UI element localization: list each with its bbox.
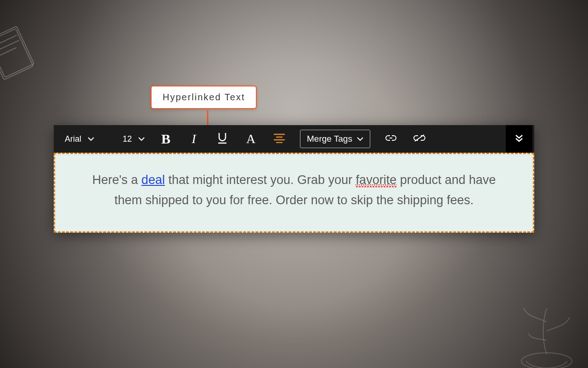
hyperlinked-text[interactable]: deal xyxy=(141,173,165,187)
font-size-select[interactable]: 12 xyxy=(115,125,152,153)
chevron-down-icon xyxy=(357,137,363,141)
editor-toolbar: Arial 12 B I xyxy=(54,125,534,153)
merge-tags-button[interactable]: Merge Tags xyxy=(300,130,370,148)
content-text-1: Here's a xyxy=(92,173,141,187)
decorative-book-sketch xyxy=(0,18,46,87)
merge-tags-label: Merge Tags xyxy=(307,134,352,144)
chevron-down-icon xyxy=(88,137,94,141)
insert-link-button[interactable] xyxy=(377,125,405,153)
underline-button[interactable] xyxy=(208,125,237,153)
content-text-2: that might interest you. Grab your xyxy=(165,173,356,187)
font-color-icon: A xyxy=(246,132,255,146)
align-center-button[interactable] xyxy=(265,125,294,153)
chevron-down-icon xyxy=(138,137,145,141)
bold-label: B xyxy=(161,131,170,147)
font-family-select[interactable]: Arial xyxy=(56,125,115,153)
double-chevron-down-icon xyxy=(515,134,523,144)
underline-icon xyxy=(217,132,227,146)
decorative-plant-sketch xyxy=(501,281,588,368)
svg-line-2 xyxy=(0,35,17,46)
italic-button[interactable]: I xyxy=(180,125,208,153)
link-icon xyxy=(385,134,397,144)
svg-line-4 xyxy=(0,48,17,56)
annotation-label: Hyperlinked Text xyxy=(163,92,245,102)
svg-point-5 xyxy=(521,353,572,368)
font-family-value: Arial xyxy=(65,134,81,144)
annotation-callout: Hyperlinked Text xyxy=(151,86,257,109)
unlink-icon xyxy=(413,134,426,144)
bold-button[interactable]: B xyxy=(152,125,180,153)
align-center-icon xyxy=(273,133,285,145)
remove-link-button[interactable] xyxy=(405,125,434,153)
text-color-button[interactable]: A xyxy=(237,125,265,153)
stage: Hyperlinked Text Arial 12 B xyxy=(0,0,588,368)
editor-content-area[interactable]: Here's a deal that might interest you. G… xyxy=(54,153,534,233)
font-size-value: 12 xyxy=(123,134,132,144)
more-options-button[interactable] xyxy=(506,125,532,153)
spellcheck-word: favorite xyxy=(356,173,397,187)
text-editor-panel: Arial 12 B I xyxy=(54,125,534,233)
italic-label: I xyxy=(192,132,196,146)
